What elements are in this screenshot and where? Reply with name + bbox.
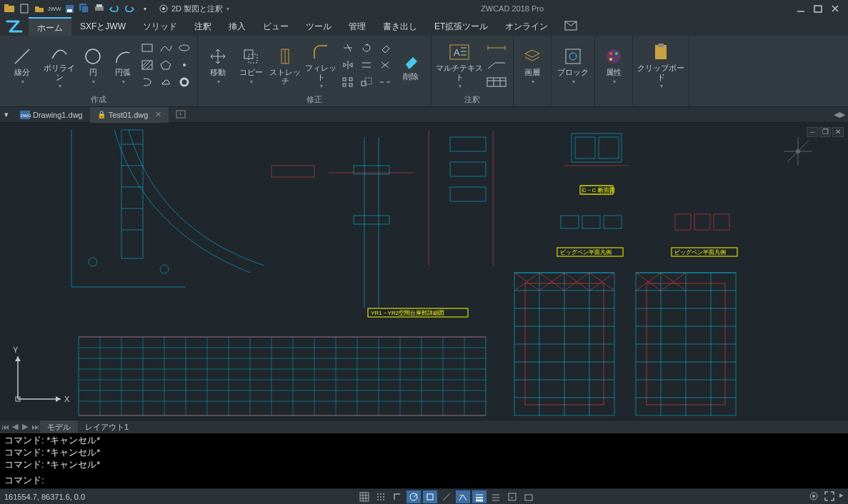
tab-et-tools[interactable]: ET拡張ツール bbox=[426, 17, 497, 36]
annotation-scale-icon[interactable] bbox=[522, 490, 536, 503]
osnap-icon[interactable] bbox=[423, 490, 437, 503]
tab-view[interactable]: ビュー bbox=[254, 17, 297, 36]
mirror-icon[interactable] bbox=[339, 57, 356, 73]
tab-tools[interactable]: ツール bbox=[297, 17, 340, 36]
circle-button[interactable]: 円▾ bbox=[79, 40, 107, 91]
polygon-icon[interactable] bbox=[157, 57, 174, 73]
copy-button[interactable]: コピー▾ bbox=[235, 40, 266, 91]
minimize-button[interactable] bbox=[795, 3, 807, 14]
otrack-icon[interactable] bbox=[439, 490, 454, 503]
cycling-icon[interactable] bbox=[489, 490, 503, 503]
table-ann-icon[interactable] bbox=[484, 74, 509, 90]
spline-icon[interactable] bbox=[157, 40, 174, 56]
dimension-linear-icon[interactable] bbox=[484, 40, 509, 56]
viewport-split-right-icon[interactable]: ▶ bbox=[839, 110, 845, 119]
clipboard-icon bbox=[651, 42, 671, 62]
tab-solid[interactable]: ソリッド bbox=[134, 17, 186, 36]
view-cube[interactable] bbox=[777, 130, 819, 176]
layout-tab-model[interactable]: モデル bbox=[40, 420, 78, 433]
app-logo[interactable] bbox=[0, 17, 29, 36]
donut-icon[interactable] bbox=[176, 74, 193, 90]
tab-sxf-jww[interactable]: SXFとJWW bbox=[71, 17, 134, 36]
layout-nav-last-icon[interactable]: ⏭ bbox=[30, 423, 40, 431]
doctab-dropdown-icon[interactable]: ▾ bbox=[0, 110, 13, 119]
rectangle-icon[interactable] bbox=[139, 40, 156, 56]
move-button[interactable]: 移動▾ bbox=[202, 40, 234, 91]
grid-display-icon[interactable] bbox=[374, 490, 388, 503]
stretch-button[interactable]: ストレッチ bbox=[268, 40, 302, 91]
model-paper-toggle-icon[interactable]: + bbox=[505, 490, 519, 503]
point-icon[interactable] bbox=[176, 57, 193, 73]
close-tab-icon[interactable]: ✕ bbox=[155, 110, 161, 119]
mtext-button[interactable]: A マルチテキスト▾ bbox=[436, 40, 483, 91]
settings-gear-icon[interactable] bbox=[808, 490, 819, 503]
arc-button[interactable]: 円弧▾ bbox=[109, 40, 137, 91]
ellipse-icon[interactable] bbox=[176, 40, 193, 56]
scale-icon[interactable] bbox=[358, 74, 375, 90]
ortho-icon[interactable] bbox=[390, 490, 404, 503]
tab-online[interactable]: オンライン bbox=[497, 17, 557, 36]
fillet-button[interactable]: フィレット▾ bbox=[304, 40, 338, 91]
statusbar-menu-icon[interactable]: ▸ bbox=[839, 490, 844, 503]
layout-nav-next-icon[interactable]: ▶ bbox=[20, 422, 30, 431]
viewport-restore-icon[interactable]: ❐ bbox=[819, 127, 831, 137]
helix-icon[interactable] bbox=[139, 74, 156, 90]
tab-annotate[interactable]: 注釈 bbox=[186, 17, 220, 36]
layout-nav-first-icon[interactable]: ⏮ bbox=[0, 423, 10, 431]
tab-home[interactable]: ホーム bbox=[29, 17, 71, 36]
coordinates-readout[interactable]: 161554.7, 86371.6, 0.0 bbox=[4, 493, 85, 501]
explode-icon[interactable] bbox=[376, 57, 394, 73]
new-file-icon[interactable] bbox=[18, 2, 31, 15]
hatch-icon[interactable] bbox=[139, 57, 156, 73]
polar-icon[interactable] bbox=[406, 490, 421, 503]
saveall-icon[interactable] bbox=[78, 2, 91, 15]
delete-button[interactable]: 削除 bbox=[395, 40, 427, 91]
erase-icon[interactable] bbox=[376, 40, 394, 56]
lineweight-icon[interactable] bbox=[472, 490, 487, 503]
plot-icon[interactable] bbox=[93, 2, 106, 15]
open-jww-icon[interactable]: JWW bbox=[48, 2, 61, 15]
viewport-close-icon[interactable]: ✕ bbox=[832, 127, 844, 137]
save-icon[interactable] bbox=[63, 2, 76, 15]
mail-icon[interactable] bbox=[565, 21, 577, 32]
break-icon[interactable] bbox=[376, 74, 394, 90]
rotate-icon[interactable] bbox=[358, 40, 375, 56]
dynamic-input-icon[interactable] bbox=[456, 490, 470, 503]
tab-insert[interactable]: 挿入 bbox=[220, 17, 254, 36]
fullscreen-icon[interactable] bbox=[824, 490, 835, 503]
command-window[interactable]: コマンド: *キャンセル* コマンド: *キャンセル* コマンド: *キャンセル… bbox=[0, 433, 848, 488]
polyline-button[interactable]: ポリライン▾ bbox=[41, 40, 77, 91]
revcloud-icon[interactable] bbox=[157, 74, 174, 90]
doctab-test01[interactable]: 🔒 Test01.dwg ✕ bbox=[90, 107, 169, 123]
snap-grid-icon[interactable] bbox=[357, 490, 371, 503]
undo-icon[interactable] bbox=[108, 2, 121, 15]
tab-manage[interactable]: 管理 bbox=[340, 17, 374, 36]
open-file-icon[interactable] bbox=[33, 2, 46, 15]
offset-icon[interactable] bbox=[358, 57, 375, 73]
viewport-split-left-icon[interactable]: ◀ bbox=[834, 110, 839, 119]
properties-button[interactable]: 属性▾ bbox=[599, 40, 628, 91]
workspace-selector[interactable]: 2D 製図と注釈 ▾ bbox=[159, 4, 229, 14]
doctab-drawing1[interactable]: DWG Drawing1.dwg bbox=[13, 107, 90, 123]
folder-explorer-icon[interactable] bbox=[3, 2, 16, 15]
layout-tab-layout1[interactable]: レイアウト1 bbox=[78, 420, 136, 433]
leader-icon[interactable] bbox=[484, 57, 509, 73]
close-button[interactable] bbox=[829, 3, 841, 14]
redo-icon[interactable] bbox=[123, 2, 136, 15]
layout-nav-prev-icon[interactable]: ◀ bbox=[10, 422, 20, 431]
drawing-canvas[interactable]: C－C 断面図 ビッグペン平面凡例 ビッグペン平面凡例 YR1－YR2空間台座部… bbox=[0, 123, 848, 420]
trim-icon[interactable] bbox=[339, 40, 356, 56]
svg-point-15 bbox=[86, 49, 100, 64]
tab-export[interactable]: 書き出し bbox=[374, 17, 426, 36]
command-input[interactable] bbox=[44, 474, 844, 487]
eraser-icon bbox=[401, 51, 421, 71]
svg-point-165 bbox=[377, 499, 379, 500]
block-button[interactable]: ブロック▾ bbox=[556, 40, 590, 91]
layer-button[interactable]: 画層▾ bbox=[518, 40, 547, 91]
clipboard-button[interactable]: クリップボード▾ bbox=[637, 40, 684, 91]
new-doctab-icon[interactable]: + bbox=[171, 110, 190, 120]
array-icon[interactable] bbox=[339, 74, 356, 90]
maximize-button[interactable] bbox=[812, 3, 824, 14]
qat-more-icon[interactable]: ▾ bbox=[139, 2, 151, 15]
line-button[interactable]: 線分▾ bbox=[4, 40, 40, 91]
